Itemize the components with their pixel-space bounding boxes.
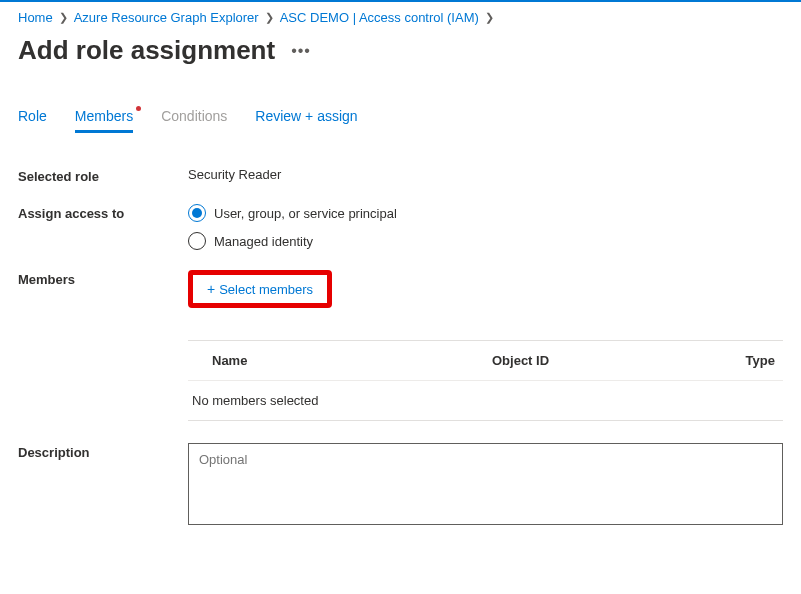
page-container: Home ❯ Azure Resource Graph Explorer ❯ A… — [0, 2, 801, 525]
page-title: Add role assignment — [18, 35, 275, 66]
row-selected-role: Selected role Security Reader — [18, 167, 783, 184]
label-description: Description — [18, 443, 188, 525]
chevron-right-icon: ❯ — [485, 11, 494, 24]
radio-managed-identity[interactable]: Managed identity — [188, 232, 783, 250]
chevron-right-icon: ❯ — [265, 11, 274, 24]
plus-icon: + — [207, 281, 215, 297]
highlight-select-members: + Select members — [188, 270, 332, 308]
col-header-name: Name — [212, 353, 492, 368]
tab-review-assign[interactable]: Review + assign — [255, 108, 357, 133]
page-title-row: Add role assignment ••• — [18, 35, 783, 66]
tab-members[interactable]: Members — [75, 108, 133, 133]
row-description: Description — [18, 443, 783, 525]
tabs: Role Members Conditions Review + assign — [18, 108, 783, 133]
radio-label: Managed identity — [214, 234, 313, 249]
radio-icon — [188, 232, 206, 250]
col-header-type: Type — [732, 353, 783, 368]
select-members-button[interactable]: + Select members — [207, 281, 313, 297]
col-header-object-id: Object ID — [492, 353, 732, 368]
select-members-label: Select members — [219, 282, 313, 297]
value-members: + Select members — [188, 270, 783, 308]
radio-label: User, group, or service principal — [214, 206, 397, 221]
radio-user-group-principal[interactable]: User, group, or service principal — [188, 204, 783, 222]
description-textarea[interactable] — [188, 443, 783, 525]
table-empty-row: No members selected — [188, 381, 783, 420]
label-selected-role: Selected role — [18, 167, 188, 184]
breadcrumb: Home ❯ Azure Resource Graph Explorer ❯ A… — [18, 10, 783, 25]
chevron-right-icon: ❯ — [59, 11, 68, 24]
row-members: Members + Select members — [18, 270, 783, 308]
breadcrumb-resource-graph[interactable]: Azure Resource Graph Explorer — [74, 10, 259, 25]
radio-icon — [188, 204, 206, 222]
row-assign-access: Assign access to User, group, or service… — [18, 204, 783, 250]
breadcrumb-access-control[interactable]: ASC DEMO | Access control (IAM) — [280, 10, 479, 25]
more-actions-icon[interactable]: ••• — [291, 42, 311, 60]
tab-dot-icon — [136, 106, 141, 111]
label-members: Members — [18, 270, 188, 287]
members-table: Name Object ID Type No members selected — [188, 340, 783, 421]
table-header: Name Object ID Type — [188, 341, 783, 381]
tab-conditions: Conditions — [161, 108, 227, 133]
tab-members-label: Members — [75, 108, 133, 124]
label-assign-access: Assign access to — [18, 204, 188, 221]
tab-role[interactable]: Role — [18, 108, 47, 133]
radio-group-assign-access: User, group, or service principal Manage… — [188, 204, 783, 250]
value-selected-role: Security Reader — [188, 167, 783, 182]
breadcrumb-home[interactable]: Home — [18, 10, 53, 25]
